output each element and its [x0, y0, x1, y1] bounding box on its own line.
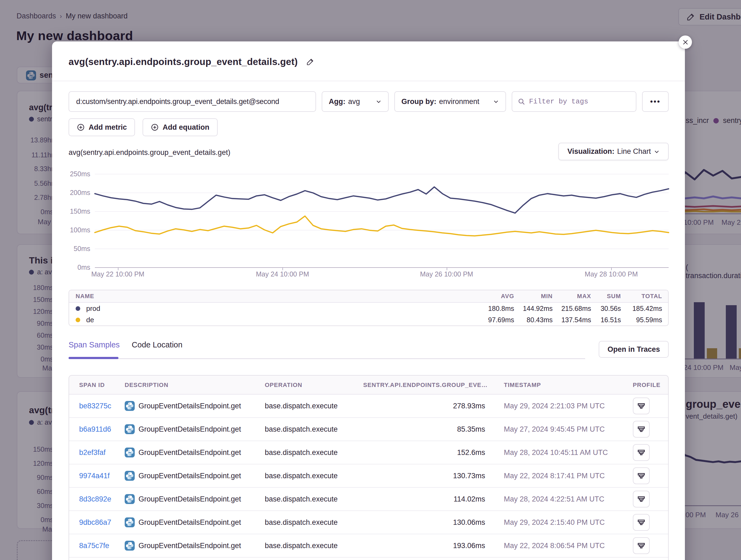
series-name: prod	[69, 304, 479, 313]
chevron-down-icon	[654, 149, 660, 155]
plus-circle-icon	[151, 123, 159, 131]
tabs-underline	[69, 358, 585, 359]
tab-code-location[interactable]: Code Location	[132, 340, 183, 349]
add-metric-button[interactable]: Add metric	[69, 118, 135, 136]
visualization-label: Visualization:	[567, 147, 614, 156]
samples-header-row: SPAN ID DESCRIPTION OPERATION SENTRY.API…	[69, 376, 668, 395]
span-operation: base.dispatch.execute	[265, 495, 338, 503]
span-description: GroupEventDetailsEndpoint.get	[138, 449, 241, 457]
metric-details-modal: avg(sentry.api.endpoints.group_event_det…	[52, 42, 685, 560]
summary-rows: prod180.8ms144.92ms215.68ms30.56s185.42m…	[69, 303, 668, 325]
y-axis-tick-label: 250ms	[69, 170, 90, 178]
filter-tags-input[interactable]: Filter by tags	[512, 91, 636, 112]
column-header: MIN	[520, 293, 558, 300]
summary-header-row: NAME AVG MIN MAX SUM TOTAL	[69, 290, 668, 303]
span-operation: base.dispatch.execute	[265, 472, 338, 480]
plus-circle-icon	[77, 123, 85, 131]
python-icon	[125, 401, 135, 411]
ellipsis-icon: •••	[650, 97, 661, 106]
profile-button[interactable]	[633, 421, 650, 437]
group-by-select[interactable]: Group by:environment	[394, 91, 506, 112]
agg-label: Agg:	[329, 97, 345, 106]
series-max-value: 215.68ms	[558, 305, 597, 313]
span-samples-table: SPAN ID DESCRIPTION OPERATION SENTRY.API…	[69, 375, 669, 560]
profile-button[interactable]	[633, 467, 650, 484]
query-builder-row: d:custom/sentry.api.endpoints.group_even…	[69, 91, 669, 112]
close-modal-button[interactable]	[679, 35, 692, 49]
span-id-link[interactable]: b6a911d6	[79, 425, 111, 433]
edit-title-pencil-icon[interactable]	[306, 58, 315, 66]
span-operation: base.dispatch.execute	[265, 518, 338, 527]
python-icon	[125, 494, 135, 504]
series-max-value: 137.54ms	[558, 316, 597, 324]
span-id-link[interactable]: 9974a41f	[79, 472, 110, 480]
metric-query-value: d:custom/sentry.api.endpoints.group_even…	[76, 97, 279, 106]
profile-button[interactable]	[633, 444, 650, 461]
open-in-traces-button[interactable]: Open in Traces	[599, 341, 669, 358]
column-header: TOTAL	[627, 293, 668, 300]
series-min-value: 80.43ms	[520, 316, 558, 324]
span-duration-value: 152.6ms	[404, 449, 485, 457]
x-axis-tick-label: May 28 10:00 PM	[568, 270, 655, 278]
span-operation: base.dispatch.execute	[265, 542, 338, 550]
span-description: GroupEventDetailsEndpoint.get	[138, 402, 241, 410]
span-id-link[interactable]: 8d3c892e	[79, 495, 112, 503]
span-timestamp: May 27, 2024 9:45:45 PM UTC	[504, 425, 605, 433]
span-description: GroupEventDetailsEndpoint.get	[138, 495, 241, 503]
profile-button[interactable]	[633, 537, 650, 554]
more-options-button[interactable]: •••	[642, 91, 669, 112]
span-operation: base.dispatch.execute	[265, 449, 338, 457]
table-row: b6a911d6GroupEventDetailsEndpoint.getbas…	[69, 418, 668, 441]
span-duration-value: 85.35ms	[404, 425, 485, 433]
span-duration-value: 130.73ms	[404, 472, 485, 480]
filter-tags-placeholder: Filter by tags	[529, 97, 588, 106]
column-header: NAME	[69, 293, 479, 300]
series-name-label: prod	[86, 304, 100, 313]
series-sum-value: 30.56s	[597, 305, 627, 313]
profile-button[interactable]	[633, 514, 650, 531]
span-timestamp: May 28, 2024 4:22:51 AM UTC	[504, 495, 604, 503]
span-description: GroupEventDetailsEndpoint.get	[138, 425, 241, 433]
span-duration-value: 114.02ms	[404, 495, 485, 503]
agg-value: avg	[348, 97, 360, 106]
table-row: 9dbc86a7GroupEventDetailsEndpoint.getbas…	[69, 511, 668, 534]
visualization-select[interactable]: Visualization: Line Chart	[558, 143, 669, 160]
series-sum-value: 16.51s	[597, 316, 627, 324]
y-axis-tick-label: 100ms	[69, 226, 90, 234]
span-description: GroupEventDetailsEndpoint.get	[138, 472, 241, 480]
active-tab-indicator	[69, 357, 119, 359]
span-duration-value: 193.06ms	[404, 542, 485, 550]
span-timestamp: May 22, 2024 8:06:54 PM UTC	[504, 542, 605, 550]
python-icon	[125, 448, 135, 458]
series-avg-value: 180.8ms	[479, 305, 520, 313]
metric-query-input[interactable]: d:custom/sentry.api.endpoints.group_even…	[69, 91, 316, 112]
main-line-chart: 0ms50ms100ms150ms200ms250msMay 22 10:00 …	[69, 168, 669, 276]
table-row: 8a75c7feGroupEventDetailsEndpoint.getbas…	[69, 534, 668, 558]
column-header: SPAN ID	[79, 382, 105, 389]
column-header: PROFILE	[633, 382, 661, 389]
divider	[52, 81, 685, 81]
profile-button[interactable]	[633, 491, 650, 507]
span-id-link[interactable]: 8a75c7fe	[79, 542, 109, 550]
span-id-link[interactable]: be83275c	[79, 402, 112, 410]
modal-title: avg(sentry.api.endpoints.group_event_det…	[69, 56, 297, 67]
series-min-value: 144.92ms	[520, 305, 558, 313]
search-icon	[518, 98, 525, 105]
span-id-link[interactable]: b2ef3faf	[79, 449, 106, 457]
python-icon	[125, 517, 135, 528]
span-id-link[interactable]: 9dbc86a7	[79, 518, 112, 527]
tab-span-samples[interactable]: Span Samples	[69, 340, 120, 349]
samples-rows: be83275cGroupEventDetailsEndpoint.getbas…	[69, 395, 668, 558]
span-timestamp: May 29, 2024 2:15:40 PM UTC	[504, 518, 605, 527]
span-timestamp: May 29, 2024 2:21:03 PM UTC	[504, 402, 605, 410]
profile-button[interactable]	[633, 398, 650, 414]
series-name: de	[69, 316, 479, 324]
span-timestamp: May 22, 2024 8:17:41 PM UTC	[504, 472, 605, 480]
span-operation: base.dispatch.execute	[265, 402, 338, 410]
add-equation-button[interactable]: Add equation	[143, 118, 217, 136]
aggregation-select[interactable]: Agg:avg	[322, 91, 389, 112]
table-row: 9974a41fGroupEventDetailsEndpoint.getbas…	[69, 464, 668, 488]
column-header: AVG	[479, 293, 520, 300]
series-color-dot-icon	[76, 306, 80, 311]
span-duration-value: 130.06ms	[404, 518, 485, 527]
